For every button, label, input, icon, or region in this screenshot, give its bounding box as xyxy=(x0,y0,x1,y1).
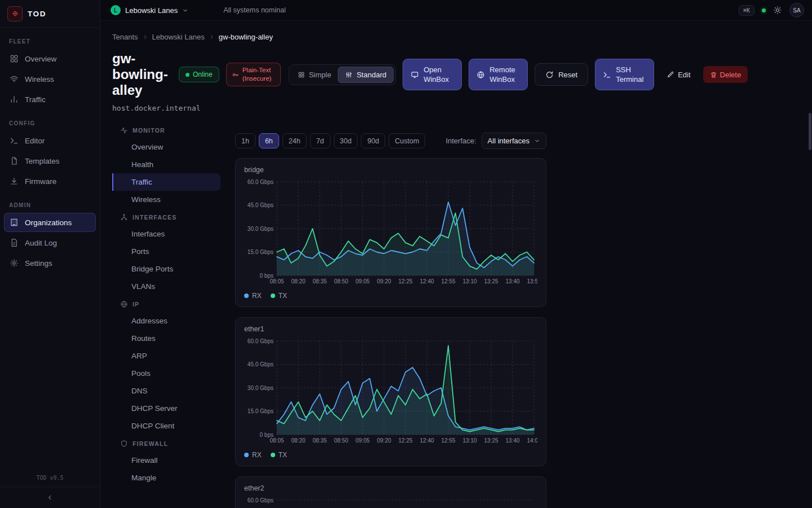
subnav-item-dns[interactable]: DNS xyxy=(112,382,220,400)
range-6h-button[interactable]: 6h xyxy=(259,133,279,148)
range-90d-button[interactable]: 90d xyxy=(361,133,385,148)
reset-button[interactable]: Reset xyxy=(535,63,588,86)
subnav-item-interfaces[interactable]: Interfaces xyxy=(112,225,220,243)
svg-text:13:25: 13:25 xyxy=(484,278,498,284)
subnav-item-dhcp-server[interactable]: DHCP Server xyxy=(112,400,220,417)
subnav-item-pools[interactable]: Pools xyxy=(112,365,220,382)
chart-legend: RX TX xyxy=(244,292,537,300)
sidebar-item-organizations[interactable]: Organizations xyxy=(4,213,96,232)
svg-text:12:55: 12:55 xyxy=(441,278,455,284)
sidebar-item-firmware[interactable]: Firmware xyxy=(4,172,96,191)
sidebar-item-wireless[interactable]: Wireless xyxy=(4,69,96,89)
delete-button[interactable]: Delete xyxy=(703,66,748,83)
sidebar-item-label: Firmware xyxy=(25,177,56,186)
mode-simple-label: Simple xyxy=(309,71,332,79)
terminal-icon xyxy=(603,71,611,79)
activity-icon xyxy=(120,126,128,134)
device-body: MONITOR Overview Health Traffic Wireless… xyxy=(112,121,798,508)
chart-card-bridge: bridge 60.0 Gbps45.0 Gbps30.0 Gbps15.0 G… xyxy=(235,158,546,307)
svg-text:09:20: 09:20 xyxy=(377,437,391,444)
winbox-icon xyxy=(411,71,419,79)
mode-simple-button[interactable]: Simple xyxy=(291,67,338,83)
subnav-item-mangle[interactable]: Mangle xyxy=(112,469,220,487)
svg-text:13:10: 13:10 xyxy=(462,278,476,284)
range-1h-button[interactable]: 1h xyxy=(235,133,255,148)
subnav-item-ports[interactable]: Ports xyxy=(112,243,220,260)
sidebar-item-audit-log[interactable]: Audit Log xyxy=(4,233,96,252)
ssh-terminal-button[interactable]: SSH Terminal xyxy=(595,59,654,90)
subnav-item-health[interactable]: Health xyxy=(112,156,220,173)
subnav-group-label: MONITOR xyxy=(133,127,165,134)
diamond-logo-icon xyxy=(7,6,23,21)
document-icon xyxy=(10,238,19,247)
subnav-item-dhcp-client[interactable]: DHCP Client xyxy=(112,417,220,435)
subnav-item-overview[interactable]: Overview xyxy=(112,138,220,156)
system-status-text: All systems nominal xyxy=(223,6,285,14)
chart-controls: 1h 6h 24h 7d 30d 90d Custom Interface: A… xyxy=(235,133,546,149)
sidebar-item-label: Overview xyxy=(25,55,56,63)
legend-item-tx: TX xyxy=(271,292,287,300)
subnav-item-vlans[interactable]: VLANs xyxy=(112,278,220,295)
range-7d-button[interactable]: 7d xyxy=(310,133,330,148)
svg-text:08:20: 08:20 xyxy=(291,437,305,444)
range-30d-button[interactable]: 30d xyxy=(334,133,358,148)
sidebar-item-label: Organizations xyxy=(25,218,72,227)
range-24h-button[interactable]: 24h xyxy=(283,133,307,148)
subnav-item-routes[interactable]: Routes xyxy=(112,330,220,347)
open-winbox-button[interactable]: Open WinBox xyxy=(403,59,462,90)
svg-text:12:40: 12:40 xyxy=(420,278,434,284)
svg-text:08:05: 08:05 xyxy=(270,278,284,284)
sidebar-collapse-button[interactable] xyxy=(0,487,100,508)
interface-select[interactable]: All interfaces xyxy=(482,133,546,149)
mode-standard-label: Standard xyxy=(356,71,386,79)
subnav-item-firewall[interactable]: Firewall xyxy=(112,452,220,469)
file-icon xyxy=(10,156,19,165)
tenant-switcher[interactable]: L Lebowski Lanes xyxy=(111,5,188,15)
user-avatar[interactable]: SA xyxy=(789,3,804,17)
edit-button[interactable]: Edit xyxy=(661,67,696,82)
online-dot xyxy=(186,73,189,77)
sidebar-item-overview[interactable]: Overview xyxy=(4,49,96,68)
subnav-group-firewall: FIREWALL xyxy=(112,435,220,452)
sidebar-section-fleet: FLEET xyxy=(0,28,100,49)
remote-winbox-button[interactable]: Remote WinBox xyxy=(469,59,528,90)
svg-text:13:25: 13:25 xyxy=(484,437,498,444)
view-mode-toggle: Simple Standard xyxy=(289,64,396,85)
open-winbox-label: Open WinBox xyxy=(423,65,454,85)
chart-title: ether2 xyxy=(244,484,537,492)
command-palette-shortcut[interactable]: ⌘K xyxy=(739,5,754,16)
breadcrumb-tenants[interactable]: Tenants xyxy=(112,33,138,41)
breadcrumb: Tenants Lebowski Lanes gw-bowling-alley xyxy=(112,33,798,41)
svg-text:08:50: 08:50 xyxy=(334,437,348,444)
subnav-item-wireless[interactable]: Wireless xyxy=(112,191,220,208)
scrollbar-thumb[interactable] xyxy=(809,113,811,150)
breadcrumb-tenant[interactable]: Lebowski Lanes xyxy=(152,33,205,41)
subnav-item-arp[interactable]: ARP xyxy=(112,347,220,365)
svg-text:13:40: 13:40 xyxy=(505,278,519,284)
app-logo[interactable]: TOD xyxy=(0,0,100,28)
range-custom-button[interactable]: Custom xyxy=(389,133,425,148)
svg-text:13:40: 13:40 xyxy=(505,437,519,444)
reset-label: Reset xyxy=(558,71,577,79)
subnav-item-bridge-ports[interactable]: Bridge Ports xyxy=(112,260,220,278)
theme-toggle-button[interactable] xyxy=(773,6,782,15)
terminal-icon xyxy=(10,136,19,145)
legend-item-rx: RX xyxy=(244,451,262,459)
svg-text:30.0 Gbps: 30.0 Gbps xyxy=(248,226,273,232)
key-icon xyxy=(232,71,239,78)
sidebar-item-editor[interactable]: Editor xyxy=(4,131,96,150)
chart-legend: RX TX xyxy=(244,451,537,459)
sidebar-item-templates[interactable]: Templates xyxy=(4,151,96,170)
chevron-left-icon xyxy=(46,494,54,501)
subnav-item-addresses[interactable]: Addresses xyxy=(112,312,220,330)
mode-standard-button[interactable]: Standard xyxy=(338,67,394,83)
svg-text:09:20: 09:20 xyxy=(377,278,391,284)
svg-text:45.0 Gbps: 45.0 Gbps xyxy=(248,202,273,208)
tx-dot xyxy=(271,453,275,457)
insecure-badge-label: Plain-Text (Insecure) xyxy=(242,66,275,83)
subnav-item-traffic[interactable]: Traffic xyxy=(112,173,220,191)
sidebar-item-settings[interactable]: Settings xyxy=(4,253,96,273)
chevron-right-icon xyxy=(142,34,148,40)
sidebar-item-traffic[interactable]: Traffic xyxy=(4,90,96,109)
chart-card-ether1: ether1 60.0 Gbps45.0 Gbps30.0 Gbps15.0 G… xyxy=(235,317,546,466)
